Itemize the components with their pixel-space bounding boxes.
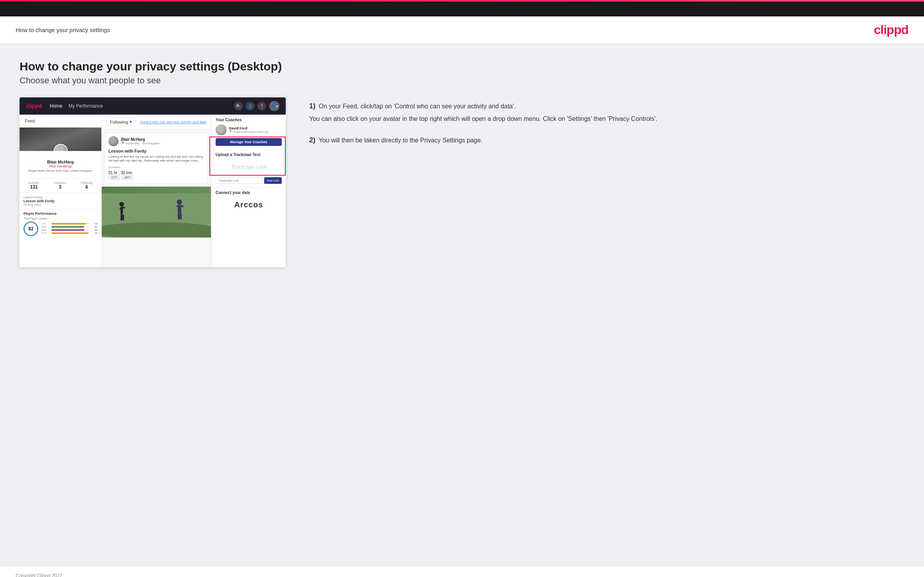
post-location: 📍 Yesterday · Sunningdale — [121, 142, 204, 145]
tpq-circle: 92 — [23, 221, 38, 236]
nav-link-home[interactable]: Home — [50, 103, 62, 109]
app-navbar: clippd Home My Performance 🔍 👤 📍 👤▾ — [20, 97, 286, 115]
instruction-1-number: 1) — [309, 102, 315, 110]
coach-avatar — [216, 124, 227, 135]
connect-section: Connect your data Arccos — [212, 187, 286, 216]
bar-app-val: 85 — [91, 226, 97, 228]
instruction-2-number: 2) — [309, 136, 315, 144]
location-icon[interactable]: 📍 — [258, 102, 266, 110]
trackman-link-placeholder: Trackman Link — [216, 159, 282, 175]
trackman-title: Upload a Trackman Test — [216, 153, 282, 157]
feed-tab[interactable]: Feed — [20, 115, 101, 128]
bar-app: APP 85 — [41, 226, 97, 228]
main-content: How to change your privacy settings (Des… — [0, 44, 924, 566]
stat-following: Following 4 — [81, 182, 92, 190]
post-card: Blair McHarg 📍 Yesterday · Sunningdale L… — [105, 133, 208, 183]
stat-followers-value: 3 — [54, 184, 66, 190]
add-link-button[interactable]: Add Link — [264, 177, 282, 184]
bar-ott: OTT 90 — [41, 223, 97, 225]
profile-info: Blair McHarg Plus Handicap Royal North D… — [20, 151, 101, 176]
manage-coaches-button[interactable]: Manage Your Coaches — [216, 138, 282, 146]
stat-activities-value: 131 — [29, 184, 40, 190]
post-meta: Blair McHarg 📍 Yesterday · Sunningdale — [121, 137, 204, 145]
post-header: Blair McHarg 📍 Yesterday · Sunningdale — [108, 136, 204, 146]
following-button[interactable]: Following ▾ — [106, 118, 135, 126]
stat-activities: Activities 131 — [29, 182, 40, 190]
latest-activity-label: Latest Activity — [23, 196, 97, 199]
instructions-panel: 1) On your Feed, click/tap on 'Control w… — [301, 97, 904, 157]
svg-rect-6 — [122, 214, 124, 220]
coach-row: David Ford 📍 Royal North Devon Golf Club — [216, 124, 282, 135]
post-description: Looking to feel like my hands are exitin… — [108, 155, 204, 163]
post-location-text: Yesterday · Sunningdale — [126, 142, 159, 145]
site-header: How to change your privacy settings clip… — [0, 16, 924, 44]
post-tags: OTT APP — [108, 175, 204, 180]
search-icon[interactable]: 🔍 — [234, 102, 243, 110]
stat-activities-label: Activities — [29, 182, 40, 184]
bar-putt-fill — [51, 232, 88, 234]
svg-rect-10 — [178, 213, 180, 219]
player-performance: Player Performance Total Player Quality … — [20, 209, 101, 239]
post-title: Lesson with Fordy — [108, 149, 204, 153]
tpq-layout: 92 OTT 90 APP 85 — [23, 221, 97, 236]
player-perf-title: Player Performance — [23, 212, 97, 216]
app-sidebar: Feed Blair McHarg Plus Handicap Royal No… — [20, 115, 102, 267]
app-feed: Following ▾ Control who can see your act… — [102, 115, 211, 267]
latest-activity: Latest Activity Lesson with Fordy 03 Aug… — [20, 193, 101, 209]
stat-following-label: Following — [81, 182, 92, 184]
trackman-section: Upload a Trackman Test Trackman Link Add… — [212, 149, 286, 187]
trackman-input[interactable] — [216, 177, 263, 184]
app-body: Feed Blair McHarg Plus Handicap Royal No… — [20, 115, 286, 267]
top-bar — [0, 2, 924, 16]
bar-arg-fill — [51, 229, 85, 231]
tag-ott: OTT — [108, 175, 120, 180]
svg-rect-11 — [180, 213, 182, 219]
page-breadcrumb: How to change your privacy settings — [16, 27, 110, 33]
post-duration-label: Duration — [108, 165, 204, 169]
coach-info: David Ford 📍 Royal North Devon Golf Club — [229, 126, 282, 133]
profile-club: Royal North Devon Golf Club, United King… — [23, 169, 98, 173]
coach-club-icon: 📍 — [229, 130, 232, 133]
bar-app-fill — [51, 226, 84, 228]
control-privacy-link[interactable]: Control who can see your activity and da… — [140, 120, 206, 124]
instruction-1-text: On your Feed, click/tap on 'Control who … — [319, 103, 515, 110]
tpq-bars: OTT 90 APP 85 ARG — [41, 223, 97, 235]
coaches-title: Your Coaches — [216, 118, 282, 122]
coach-club-text: Royal North Devon Golf Club — [233, 131, 268, 133]
instruction-1: 1) On your Feed, click/tap on 'Control w… — [309, 101, 904, 124]
bar-arg-label: ARG — [41, 229, 50, 231]
instruction-1-extra-text: You can also click on your avatar in the… — [309, 115, 657, 122]
app-right-panel: Your Coaches David Ford 📍 Royal North De… — [211, 115, 286, 267]
user-avatar[interactable]: 👤▾ — [269, 101, 279, 111]
bar-ott-val: 90 — [91, 223, 97, 225]
copyright-text: Copyright Clippd 2022 — [16, 573, 62, 577]
coaches-section: Your Coaches David Ford 📍 Royal North De… — [212, 115, 286, 149]
svg-point-2 — [119, 202, 124, 207]
profile-name: Blair McHarg — [23, 160, 98, 164]
svg-point-7 — [177, 199, 182, 204]
post-author-avatar — [108, 136, 119, 146]
svg-rect-5 — [121, 214, 122, 220]
arccos-logo: Arccos — [216, 197, 282, 212]
app-nav-links: Home My Performance — [50, 103, 226, 109]
person-icon[interactable]: 👤 — [246, 102, 254, 110]
bar-app-label: APP — [41, 226, 50, 228]
clippd-logo: clippd — [874, 23, 908, 37]
content-layout: clippd Home My Performance 🔍 👤 📍 👤▾ Feed — [20, 97, 904, 267]
tag-app: APP — [122, 175, 133, 180]
bar-ott-label: OTT — [41, 223, 50, 225]
coach-club: 📍 Royal North Devon Golf Club — [229, 130, 282, 133]
bar-putt-val: 96 — [91, 232, 97, 234]
post-author-name: Blair McHarg — [121, 137, 204, 142]
post-duration-value: 01 hr : 30 min — [108, 171, 204, 175]
profile-stats: Activities 131 Followers 3 Following 4 — [20, 178, 101, 193]
bar-arg-val: 86 — [91, 229, 97, 231]
stat-followers-label: Followers — [54, 182, 66, 184]
svg-point-1 — [102, 222, 211, 237]
nav-link-performance[interactable]: My Performance — [68, 103, 103, 109]
tpq-label: Total Player Quality — [23, 217, 97, 220]
latest-activity-name: Lesson with Fordy — [23, 199, 97, 203]
instruction-2: 2) You will then be taken directly to th… — [309, 135, 904, 146]
app-nav-icons: 🔍 👤 📍 👤▾ — [234, 101, 279, 111]
page-subheading: Choose what you want people to see — [20, 75, 904, 86]
